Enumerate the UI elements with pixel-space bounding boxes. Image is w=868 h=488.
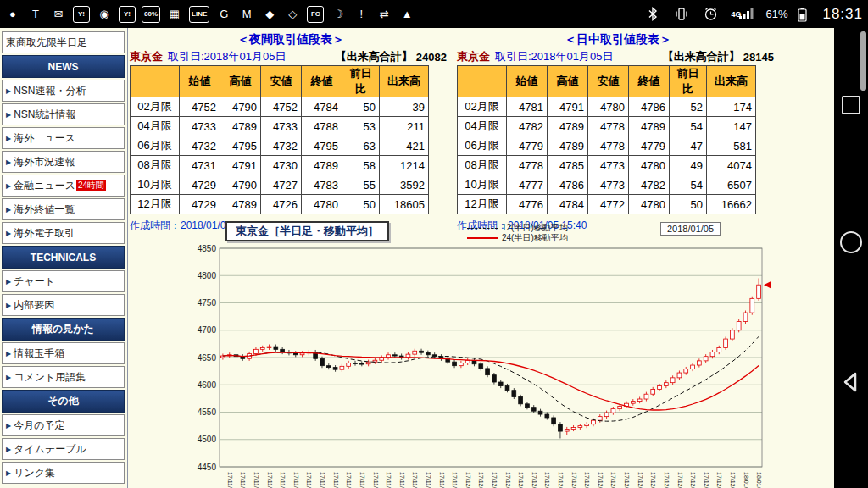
battery-60-icon: 60%: [142, 6, 160, 23]
sidebar: 東商取先限半日足 NEWS▶NSN速報・分析▶NSN統計情報▶海外ニュース▶海外…: [2, 31, 125, 485]
svg-text:18/01/04: 18/01/04: [743, 472, 749, 488]
price-cell: 211: [380, 117, 429, 136]
svg-text:17/11/14: 17/11/14: [306, 472, 312, 488]
page-scrollbar[interactable]: [860, 31, 866, 91]
instrument-label: 東京金: [457, 49, 490, 64]
home-button[interactable]: [840, 231, 862, 253]
svg-text:17/12/29: 17/12/29: [730, 472, 736, 488]
svg-text:17/11/30: 17/11/30: [452, 472, 458, 488]
volume-total-value: 24082: [416, 51, 447, 64]
price-cell: 4780: [302, 195, 342, 214]
price-cell: 4789: [220, 195, 261, 214]
sidebar-item-0-1[interactable]: ▶NSN統計情報: [2, 103, 125, 125]
sidebar-item-label: NSN速報・分析: [14, 84, 86, 98]
android-status-bar: ●T✉Y!◉Y!60%▦LINEGM◆◇FC☽!⇄▲ 4G 61% 18:31: [0, 0, 868, 28]
price-cell: 4790: [220, 175, 261, 195]
sidebar-item-2-1[interactable]: ▶コメント用語集: [2, 366, 125, 388]
column-header: 終値: [302, 66, 342, 97]
sidebar-item-0-3[interactable]: ▶海外市況速報: [2, 151, 125, 173]
yahoo-icon: Y!: [73, 6, 90, 23]
price-cell: 4752: [180, 97, 220, 117]
svg-text:17/12/28: 17/12/28: [716, 472, 722, 488]
table-row: 06月限477947894778477947581: [458, 136, 756, 156]
price-cell: 4776: [507, 195, 548, 214]
price-cell: 18605: [380, 195, 429, 214]
price-cell: 49: [670, 156, 707, 175]
badge-24h: 24時間: [76, 180, 106, 191]
sidebar-item-label: リンク集: [14, 466, 55, 480]
price-cell: 4779: [507, 136, 548, 156]
svg-text:17/11/09: 17/11/09: [267, 472, 273, 488]
svg-text:17/11/21: 17/11/21: [373, 472, 379, 488]
column-header: 安値: [588, 66, 629, 97]
sidebar-item-0-6[interactable]: ▶海外電子取引: [2, 222, 125, 244]
svg-text:4550: 4550: [198, 408, 217, 417]
svg-text:17/11/29: 17/11/29: [439, 472, 445, 488]
sync-icon: ⇄: [376, 6, 392, 23]
sidebar-item-3-2[interactable]: ▶リンク集: [2, 462, 125, 484]
svg-text:4600: 4600: [198, 380, 217, 390]
price-cell: 4786: [548, 175, 588, 195]
bullet-arrow-icon: ▶: [6, 374, 11, 381]
price-cell: 4731: [180, 156, 220, 175]
fc-app-icon: FC: [307, 6, 324, 23]
svg-text:17/11/07: 17/11/07: [240, 472, 246, 488]
sidebar-item-0-0[interactable]: ▶NSN速報・分析: [2, 80, 125, 102]
notification-icons: ●T✉Y!◉Y!60%▦LINEGM◆◇FC☽!⇄▲: [0, 6, 421, 23]
sidebar-header-3: その他: [2, 390, 125, 413]
svg-text:17/12/20: 17/12/20: [637, 472, 643, 488]
volume-total-label: 【出来高合計】: [663, 49, 740, 64]
sidebar-item-label: 金融ニュース: [14, 179, 75, 193]
ma12-line-sample: [467, 228, 498, 229]
battery-percent-label: 61%: [765, 8, 787, 20]
sidebar-item-3-0[interactable]: ▶今月の予定: [2, 414, 125, 436]
price-cell: 4785: [548, 156, 588, 175]
instrument-label: 東京金: [130, 49, 163, 64]
svg-text:17/12/22: 17/12/22: [664, 472, 670, 488]
sidebar-item-0-5[interactable]: ▶海外終値一覧: [2, 198, 125, 220]
sidebar-item-0-4[interactable]: ▶金融ニュース24時間: [2, 175, 125, 197]
svg-text:17/12/04: 17/12/04: [478, 472, 484, 488]
sidebar-item-1-0[interactable]: ▶チャート: [2, 270, 125, 292]
table-row: 02月限47524790475247845039: [131, 97, 429, 117]
sidebar-item-3-1[interactable]: ▶タイムテーブル: [2, 438, 125, 460]
price-cell: 55: [342, 175, 380, 195]
contract-month-cell: 12月限: [458, 195, 507, 214]
vibrate-icon: [673, 6, 690, 23]
sidebar-item-tosho-hannichiashi[interactable]: 東商取先限半日足: [2, 31, 125, 53]
svg-text:18/01/05: 18/01/05: [756, 472, 762, 488]
price-cell: 4074: [707, 156, 756, 175]
price-cell: 4780: [629, 195, 670, 214]
price-cell: 147: [707, 117, 756, 136]
table-row: 08月限4731479147304789581214: [131, 156, 429, 175]
price-cell: 50: [342, 195, 380, 214]
price-cell: 4733: [180, 117, 220, 136]
price-cell: 4784: [548, 195, 588, 214]
back-button[interactable]: [840, 371, 862, 396]
price-cell: 4789: [629, 117, 670, 136]
price-cell: 4729: [180, 195, 220, 214]
price-cell: 3592: [380, 175, 429, 195]
sidebar-item-label: チャート: [14, 274, 55, 289]
camera-icon: ◉: [96, 6, 113, 23]
price-cell: 4789: [548, 136, 588, 156]
trade-date-label: 取引日:2018年01月05日: [495, 49, 613, 64]
sidebar-item-label: 海外市況速報: [14, 155, 75, 169]
sidebar-header-1: TECHNICALS: [2, 246, 125, 269]
sidebar-item-0-2[interactable]: ▶海外ニュース: [2, 127, 125, 149]
price-cell: 421: [380, 136, 429, 156]
bullet-arrow-icon: ▶: [6, 206, 11, 214]
contract-month-cell: 12月限: [131, 195, 180, 214]
sidebar-item-1-1[interactable]: ▶内部要因: [2, 294, 125, 316]
column-header: 前日比: [342, 66, 380, 97]
column-header: 出来高: [380, 66, 429, 97]
svg-text:17/12/18: 17/12/18: [610, 472, 616, 488]
sidebar-item-2-0[interactable]: ▶情報玉手箱: [2, 342, 125, 364]
contract-month-cell: 08月限: [131, 156, 180, 175]
price-cell: 63: [342, 136, 380, 156]
table-row: 12月限47294789472647805018605: [131, 195, 429, 214]
bullet-arrow-icon: ▶: [6, 350, 11, 358]
price-cell: 4778: [588, 117, 629, 136]
recents-button[interactable]: [842, 96, 860, 114]
svg-text:17/11/17: 17/11/17: [346, 472, 352, 488]
